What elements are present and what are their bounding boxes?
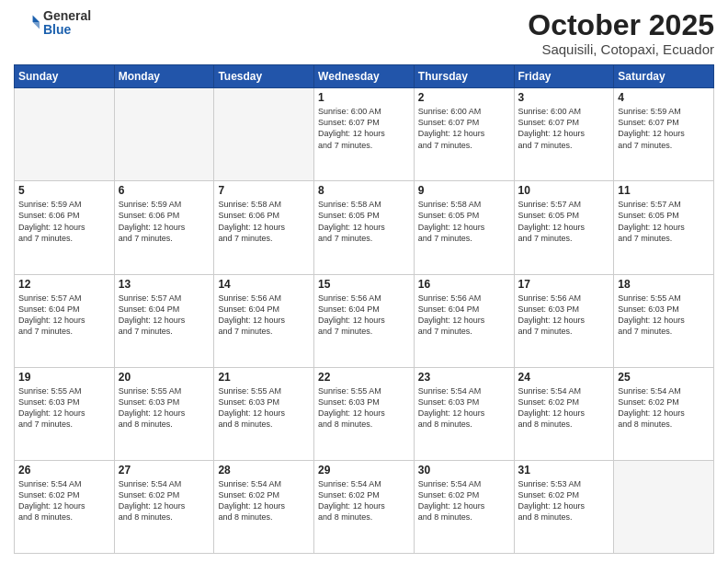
calendar-cell: 20Sunrise: 5:55 AM Sunset: 6:03 PM Dayli…: [114, 367, 214, 460]
day-info: Sunrise: 5:55 AM Sunset: 6:03 PM Dayligh…: [119, 385, 210, 431]
day-info: Sunrise: 5:54 AM Sunset: 6:03 PM Dayligh…: [418, 385, 510, 431]
calendar-cell: 18Sunrise: 5:55 AM Sunset: 6:03 PM Dayli…: [614, 274, 714, 367]
day-info: Sunrise: 6:00 AM Sunset: 6:07 PM Dayligh…: [518, 106, 610, 151]
day-number: 5: [18, 184, 110, 197]
calendar-location: Saquisili, Cotopaxi, Ecuador: [528, 41, 714, 57]
calendar-cell: 12Sunrise: 5:57 AM Sunset: 6:04 PM Dayli…: [15, 274, 115, 367]
calendar-cell: 21Sunrise: 5:55 AM Sunset: 6:03 PM Dayli…: [214, 367, 314, 460]
day-info: Sunrise: 5:57 AM Sunset: 6:04 PM Dayligh…: [18, 293, 110, 338]
calendar-cell: [614, 460, 714, 553]
day-number: 20: [119, 371, 210, 384]
calendar-cell: 11Sunrise: 5:57 AM Sunset: 6:05 PM Dayli…: [614, 181, 714, 274]
day-info: Sunrise: 5:57 AM Sunset: 6:04 PM Dayligh…: [119, 293, 210, 338]
day-number: 17: [518, 278, 610, 291]
logo: General Blue: [14, 9, 91, 38]
day-number: 21: [218, 371, 310, 384]
calendar-cell: 19Sunrise: 5:55 AM Sunset: 6:03 PM Dayli…: [15, 367, 115, 460]
day-info: Sunrise: 5:54 AM Sunset: 6:02 PM Dayligh…: [318, 478, 410, 523]
day-info: Sunrise: 5:55 AM Sunset: 6:03 PM Dayligh…: [18, 385, 110, 431]
day-info: Sunrise: 5:55 AM Sunset: 6:03 PM Dayligh…: [318, 385, 410, 431]
day-number: 10: [518, 184, 610, 197]
calendar-cell: 23Sunrise: 5:54 AM Sunset: 6:03 PM Dayli…: [414, 367, 514, 460]
page: General Blue October 2025 Saquisili, Cot…: [0, 0, 728, 563]
day-number: 15: [318, 278, 410, 291]
day-number: 23: [418, 371, 510, 384]
day-info: Sunrise: 5:54 AM Sunset: 6:02 PM Dayligh…: [418, 478, 510, 523]
day-info: Sunrise: 5:54 AM Sunset: 6:02 PM Dayligh…: [518, 385, 610, 431]
calendar-cell: 2Sunrise: 6:00 AM Sunset: 6:07 PM Daylig…: [414, 88, 514, 181]
calendar-cell: 29Sunrise: 5:54 AM Sunset: 6:02 PM Dayli…: [314, 460, 415, 553]
day-number: 26: [18, 464, 110, 477]
calendar-cell: 27Sunrise: 5:54 AM Sunset: 6:02 PM Dayli…: [114, 460, 214, 553]
calendar-cell: 5Sunrise: 5:59 AM Sunset: 6:06 PM Daylig…: [15, 181, 115, 274]
day-number: 4: [618, 91, 710, 104]
calendar-cell: [114, 88, 214, 181]
calendar-cell: 31Sunrise: 5:53 AM Sunset: 6:02 PM Dayli…: [514, 460, 614, 553]
logo-blue-text: Blue: [43, 23, 91, 37]
day-info: Sunrise: 5:56 AM Sunset: 6:04 PM Dayligh…: [218, 293, 310, 338]
logo-icon: [14, 10, 40, 36]
calendar-week-2: 5Sunrise: 5:59 AM Sunset: 6:06 PM Daylig…: [15, 181, 714, 274]
day-info: Sunrise: 5:56 AM Sunset: 6:04 PM Dayligh…: [318, 293, 410, 338]
calendar-cell: 25Sunrise: 5:54 AM Sunset: 6:02 PM Dayli…: [614, 367, 714, 460]
calendar-week-4: 19Sunrise: 5:55 AM Sunset: 6:03 PM Dayli…: [15, 367, 714, 460]
day-info: Sunrise: 5:55 AM Sunset: 6:03 PM Dayligh…: [618, 293, 710, 338]
day-info: Sunrise: 5:54 AM Sunset: 6:02 PM Dayligh…: [218, 478, 310, 523]
day-info: Sunrise: 5:57 AM Sunset: 6:05 PM Dayligh…: [518, 199, 610, 244]
col-tuesday: Tuesday: [214, 65, 314, 88]
day-number: 28: [218, 464, 310, 477]
day-info: Sunrise: 5:53 AM Sunset: 6:02 PM Dayligh…: [518, 478, 610, 523]
calendar-cell: 9Sunrise: 5:58 AM Sunset: 6:05 PM Daylig…: [414, 181, 514, 274]
day-info: Sunrise: 5:58 AM Sunset: 6:06 PM Dayligh…: [218, 199, 310, 244]
calendar-week-1: 1Sunrise: 6:00 AM Sunset: 6:07 PM Daylig…: [15, 88, 714, 181]
svg-marker-1: [33, 22, 40, 29]
calendar-cell: 28Sunrise: 5:54 AM Sunset: 6:02 PM Dayli…: [214, 460, 314, 553]
col-thursday: Thursday: [414, 65, 514, 88]
calendar-cell: [214, 88, 314, 181]
calendar-cell: 17Sunrise: 5:56 AM Sunset: 6:03 PM Dayli…: [514, 274, 614, 367]
day-info: Sunrise: 5:59 AM Sunset: 6:06 PM Dayligh…: [119, 199, 210, 244]
title-block: October 2025 Saquisili, Cotopaxi, Ecuado…: [528, 9, 714, 57]
col-monday: Monday: [114, 65, 214, 88]
calendar-cell: 8Sunrise: 5:58 AM Sunset: 6:05 PM Daylig…: [314, 181, 415, 274]
calendar-cell: 16Sunrise: 5:56 AM Sunset: 6:04 PM Dayli…: [414, 274, 514, 367]
col-saturday: Saturday: [614, 65, 714, 88]
calendar-week-3: 12Sunrise: 5:57 AM Sunset: 6:04 PM Dayli…: [15, 274, 714, 367]
calendar-cell: 10Sunrise: 5:57 AM Sunset: 6:05 PM Dayli…: [514, 181, 614, 274]
header: General Blue October 2025 Saquisili, Cot…: [14, 9, 714, 57]
day-number: 25: [618, 371, 710, 384]
day-info: Sunrise: 5:55 AM Sunset: 6:03 PM Dayligh…: [218, 385, 310, 431]
day-number: 12: [18, 278, 110, 291]
day-info: Sunrise: 5:54 AM Sunset: 6:02 PM Dayligh…: [618, 385, 710, 431]
calendar-cell: 22Sunrise: 5:55 AM Sunset: 6:03 PM Dayli…: [314, 367, 415, 460]
day-number: 14: [218, 278, 310, 291]
calendar-table: Sunday Monday Tuesday Wednesday Thursday…: [14, 64, 714, 554]
calendar-week-5: 26Sunrise: 5:54 AM Sunset: 6:02 PM Dayli…: [15, 460, 714, 553]
day-info: Sunrise: 5:56 AM Sunset: 6:03 PM Dayligh…: [518, 293, 610, 338]
calendar-cell: 26Sunrise: 5:54 AM Sunset: 6:02 PM Dayli…: [15, 460, 115, 553]
day-info: Sunrise: 5:58 AM Sunset: 6:05 PM Dayligh…: [418, 199, 510, 244]
day-number: 13: [119, 278, 210, 291]
calendar-cell: 6Sunrise: 5:59 AM Sunset: 6:06 PM Daylig…: [114, 181, 214, 274]
day-number: 16: [418, 278, 510, 291]
day-number: 7: [218, 184, 310, 197]
day-info: Sunrise: 5:58 AM Sunset: 6:05 PM Dayligh…: [318, 199, 410, 244]
day-number: 30: [418, 464, 510, 477]
calendar-title: October 2025: [528, 9, 714, 41]
day-number: 11: [618, 184, 710, 197]
day-info: Sunrise: 5:54 AM Sunset: 6:02 PM Dayligh…: [119, 478, 210, 523]
day-number: 24: [518, 371, 610, 384]
day-number: 29: [318, 464, 410, 477]
day-info: Sunrise: 5:54 AM Sunset: 6:02 PM Dayligh…: [18, 478, 110, 523]
day-number: 2: [418, 91, 510, 104]
calendar-cell: 13Sunrise: 5:57 AM Sunset: 6:04 PM Dayli…: [114, 274, 214, 367]
day-info: Sunrise: 6:00 AM Sunset: 6:07 PM Dayligh…: [318, 106, 410, 151]
calendar-cell: 3Sunrise: 6:00 AM Sunset: 6:07 PM Daylig…: [514, 88, 614, 181]
day-number: 19: [18, 371, 110, 384]
day-number: 9: [418, 184, 510, 197]
day-info: Sunrise: 5:56 AM Sunset: 6:04 PM Dayligh…: [418, 293, 510, 338]
day-number: 3: [518, 91, 610, 104]
svg-marker-0: [33, 16, 40, 22]
calendar-cell: 1Sunrise: 6:00 AM Sunset: 6:07 PM Daylig…: [314, 88, 415, 181]
logo-general-text: General: [43, 9, 91, 23]
